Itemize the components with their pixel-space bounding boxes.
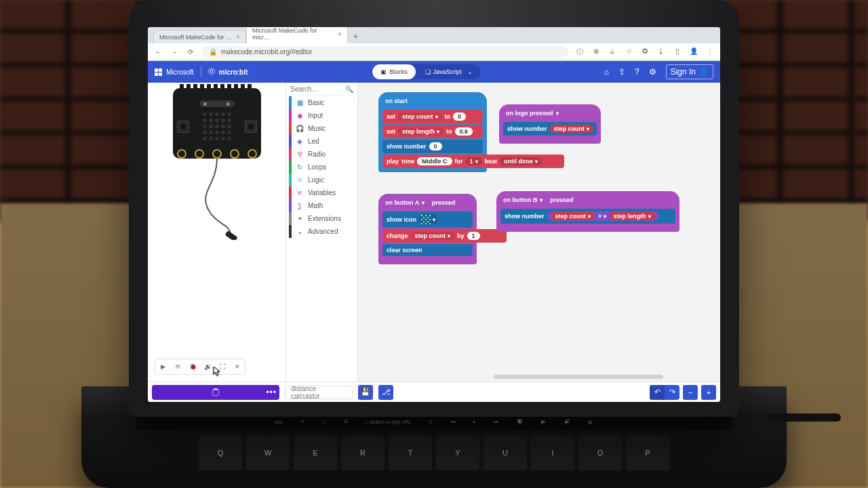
user-icon: 👤 — [698, 67, 709, 77]
toolbox-cat-input[interactable]: ◉Input — [286, 109, 357, 122]
save-button[interactable]: 💾 — [358, 385, 373, 400]
toolbox-cat-extensions[interactable]: ✦Extensions — [286, 212, 357, 225]
github-button[interactable]: ⎇ — [378, 385, 393, 400]
toolbox-cat-music[interactable]: 🎧Music — [286, 122, 357, 135]
toolbox-cat-basic[interactable]: ▦Basic — [286, 96, 357, 109]
toolbox-cat-logic[interactable]: ⤬Logic — [286, 174, 357, 186]
mode-blocks-button[interactable]: ▣ Blocks — [372, 64, 416, 79]
icon-dropdown[interactable] — [419, 214, 437, 225]
block-change-var[interactable]: change step count by 1 — [382, 229, 507, 243]
search-input[interactable] — [290, 85, 339, 93]
browser-tab-active[interactable]: Microsoft MakeCode for micr… × — [246, 27, 348, 43]
brand[interactable]: Microsoft ⓞ micro:bit — [155, 66, 248, 77]
share-icon[interactable]: ⓘ — [575, 47, 585, 57]
url-bar[interactable]: 🔒 makecode.microbit.org/#editor — [202, 46, 568, 58]
block-show-number[interactable]: show number step count × step length — [500, 209, 675, 224]
home-icon[interactable]: ⌂ — [604, 67, 609, 77]
forward-icon[interactable]: → — [170, 48, 179, 56]
close-icon[interactable]: × — [338, 30, 342, 38]
gear-icon[interactable]: ⚙ — [649, 67, 656, 77]
var-pill[interactable]: step count — [550, 125, 594, 133]
reload-icon[interactable]: ⟳ — [186, 48, 195, 56]
var-pill[interactable]: step count — [551, 212, 595, 220]
toolbox-cat-variables[interactable]: ≡Variables — [286, 186, 357, 199]
note-input[interactable]: Middle C — [417, 157, 452, 165]
fullscreen-icon[interactable]: ⛶ — [218, 362, 227, 371]
blocks-icon: ▣ — [380, 68, 387, 75]
math-expression[interactable]: step count × step length — [547, 211, 659, 221]
new-tab-button[interactable]: + — [348, 30, 363, 43]
panel-icon[interactable]: ▯ — [673, 47, 682, 57]
restart-icon[interactable]: ⟲ — [173, 362, 182, 371]
toolbox-cat-led[interactable]: ◈Led — [286, 135, 357, 148]
project-name-input[interactable]: distance calculator — [285, 386, 353, 399]
value-input[interactable]: 0 — [429, 142, 442, 150]
block-show-number[interactable]: show number step count — [503, 122, 597, 136]
var-dropdown[interactable]: step count — [398, 113, 442, 121]
headphone-wire-icon — [190, 159, 244, 240]
var-dropdown[interactable]: step length — [398, 127, 443, 136]
toolbox-cat-radio[interactable]: ⚲Radio — [286, 148, 357, 161]
sim-button-b[interactable] — [245, 121, 257, 133]
search-icon[interactable]: 🔍 — [345, 85, 353, 93]
toolbox-cat-advanced[interactable]: ⌄Advanced — [286, 225, 357, 238]
star-icon[interactable]: ☆ — [624, 47, 633, 57]
profile-icon[interactable]: 👤 — [689, 47, 698, 57]
block-show-number[interactable]: show number 0 — [382, 140, 483, 153]
key-U: U — [484, 435, 527, 470]
block-on-button-a[interactable]: on button A pressed show icon — [378, 194, 477, 264]
block-on-logo-pressed[interactable]: on logo pressed show number step count — [499, 104, 601, 144]
browser-toolbar: ← → ⟳ 🔒 makecode.microbit.org/#editor ⓘ … — [148, 43, 720, 61]
close-icon[interactable]: ✕ — [233, 362, 242, 371]
app-header: Microsoft ⓞ micro:bit ▣ Blocks ❏ JavaScr… — [148, 61, 720, 83]
block-on-button-b[interactable]: on button B pressed show number step cou… — [496, 191, 679, 232]
toolbox-cat-math[interactable]: ∑Math — [286, 199, 357, 212]
microbit-simulator[interactable] — [173, 88, 261, 159]
ext-icon[interactable]: ✪ — [640, 47, 650, 57]
block-play-tone[interactable]: play tone Middle C for 1 beat until done — [382, 155, 564, 168]
workspace[interactable]: on start set step count to 0 set step le… — [358, 83, 720, 382]
sim-button-a[interactable] — [177, 121, 189, 133]
toolbox-cat-loops[interactable]: ↻Loops — [286, 161, 357, 174]
var-pill[interactable]: step length — [610, 212, 655, 220]
download-icon[interactable]: ⭳ — [656, 47, 666, 57]
sound-icon[interactable]: 🔊 — [203, 362, 212, 371]
help-icon[interactable]: ? — [635, 67, 639, 77]
op-dropdown[interactable]: × — [598, 213, 606, 220]
zoom-in-button[interactable]: + — [701, 385, 716, 400]
screen: Microsoft MakeCode for … × Microsoft Mak… — [148, 27, 720, 402]
play-icon[interactable]: ▶ — [158, 362, 167, 371]
keyboard-row: QWERTYUIOP — [136, 435, 732, 470]
more-icon[interactable]: ••• — [266, 388, 277, 397]
signin-button[interactable]: Sign In 👤 — [666, 64, 713, 79]
value-input[interactable]: 1 — [467, 232, 480, 240]
app-footer: ••• distance calculator 💾 ⎇ ↶ ↷ − + — [148, 382, 720, 402]
key-W: W — [246, 435, 290, 470]
mode-javascript-button[interactable]: ❏ JavaScript ⌄ — [417, 64, 481, 79]
value-input[interactable]: 0 — [453, 113, 466, 121]
block-clear-screen[interactable]: clear screen — [382, 244, 473, 256]
back-icon[interactable]: ← — [153, 48, 163, 56]
zoom-out-button[interactable]: − — [683, 385, 698, 400]
heart-icon — [421, 215, 431, 224]
horizontal-scrollbar[interactable] — [494, 375, 663, 379]
debug-icon[interactable]: 🐞 — [188, 362, 197, 371]
zoom-icon[interactable]: ⊕ — [591, 47, 601, 57]
undo-icon[interactable]: ↶ — [650, 385, 665, 400]
var-dropdown[interactable]: step count — [411, 232, 455, 240]
usb-cable — [766, 413, 841, 422]
block-show-icon[interactable]: show icon — [382, 211, 473, 228]
block-set-var[interactable]: set step length to 0.6 — [382, 125, 483, 138]
block-set-var[interactable]: set step count to 0 — [382, 110, 483, 123]
share-icon[interactable]: ⇪ — [618, 67, 625, 77]
close-icon[interactable]: × — [236, 33, 240, 41]
block-on-start[interactable]: on start set step count to 0 set step le… — [378, 92, 487, 172]
mode-dropdown[interactable]: until done — [500, 157, 542, 165]
fire-icon[interactable]: 🜂 — [608, 47, 617, 57]
download-button[interactable]: ••• — [152, 385, 279, 400]
beat-dropdown[interactable]: 1 — [466, 157, 482, 165]
value-input[interactable]: 0.6 — [455, 127, 473, 136]
menu-icon[interactable]: ⋮ — [705, 47, 715, 57]
redo-icon[interactable]: ↷ — [665, 385, 679, 400]
browser-tab[interactable]: Microsoft MakeCode for … × — [153, 30, 246, 43]
